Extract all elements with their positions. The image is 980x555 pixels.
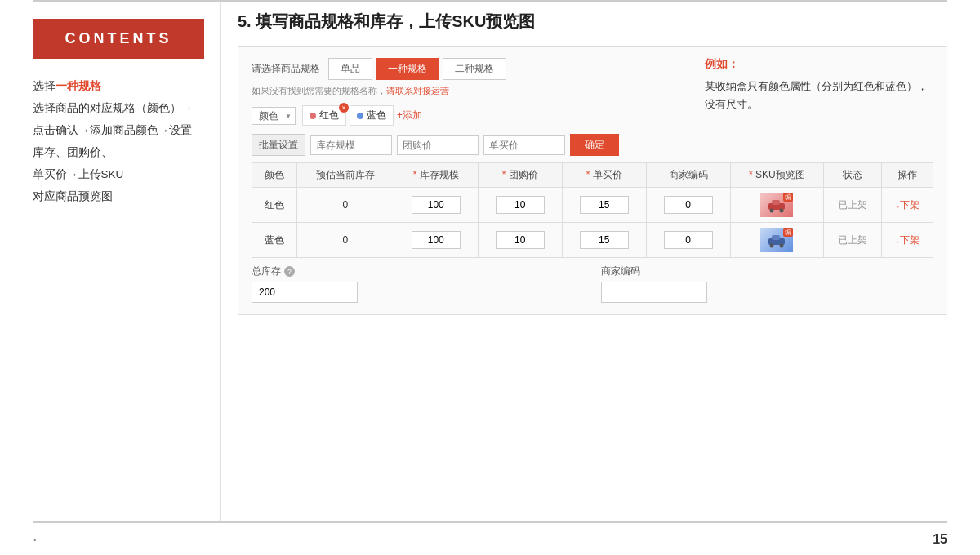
page-title: 5. 填写商品规格和库存，上传SKU预览图	[238, 11, 947, 33]
td-status-red: 已上架	[824, 188, 882, 223]
sidebar-line6: 对应商品预览图	[33, 190, 113, 202]
sku-badge-red: 编	[783, 193, 793, 202]
td-group-price-red[interactable]	[478, 188, 562, 223]
page-container: CONTENTS 选择一种规格 选择商品的对应规格（颜色）→ 点击确认→添加商品…	[0, 0, 980, 555]
svg-point-3	[780, 209, 784, 213]
td-est-stock-red: 0	[296, 188, 394, 223]
star-sku: *	[749, 169, 753, 180]
svg-point-6	[770, 244, 774, 248]
main-layout: CONTENTS 选择一种规格 选择商品的对应规格（颜色）→ 点击确认→添加商品…	[0, 2, 980, 521]
sku-table: 颜色 预估当前库存 * 库存规模 * 团购价 * 单买价 商家编码 * SKU预…	[252, 162, 933, 258]
example-title: 例如：	[705, 55, 933, 74]
th-est-stock: 预估当前库存	[296, 163, 394, 188]
tag-dot-red	[310, 113, 316, 119]
label-select: 请选择商品规格	[252, 62, 320, 76]
tag-red-label: 红色	[319, 109, 339, 122]
td-merchant-code-red[interactable]	[646, 188, 730, 223]
total-stock-field: 总库存 ?	[252, 264, 585, 303]
group-price-input-blue[interactable]	[496, 231, 545, 249]
action-link-red[interactable]: ↓下架	[895, 199, 920, 211]
td-color-blue: 蓝色	[252, 223, 297, 258]
footer: · 15	[0, 523, 980, 555]
stock-input-blue[interactable]	[412, 231, 461, 249]
sku-img-red[interactable]: 编	[760, 193, 793, 217]
tag-red[interactable]: 红色 ×	[302, 105, 346, 126]
th-stock: * 库存规模	[394, 163, 478, 188]
td-single-price-red[interactable]	[562, 188, 646, 223]
total-stock-input[interactable]	[252, 282, 358, 303]
th-color: 颜色	[252, 163, 297, 188]
add-color-btn[interactable]: +添加	[397, 109, 422, 122]
tab-single-btn[interactable]: 单品	[328, 58, 372, 80]
th-sku-img: * SKU预览图	[730, 163, 824, 188]
sidebar-text: 选择一种规格 选择商品的对应规格（颜色）→ 点击确认→添加商品颜色→设置 库存、…	[33, 75, 204, 207]
hint-link[interactable]: 请联系对接运营	[386, 86, 449, 95]
sidebar-line2: 选择商品的对应规格（颜色）→	[33, 102, 193, 114]
sidebar-line5: 单买价→上传SKU	[33, 168, 123, 180]
th-status: 状态	[824, 163, 882, 188]
batch-group-price-input[interactable]	[397, 135, 479, 155]
td-merchant-code-blue[interactable]	[646, 223, 730, 258]
table-header-row: 颜色 预估当前库存 * 库存规模 * 团购价 * 单买价 商家编码 * SKU预…	[252, 163, 933, 188]
page-number: 15	[933, 532, 947, 547]
td-color-red: 红色	[252, 188, 297, 223]
th-single-price: * 单买价	[562, 163, 646, 188]
table-row: 蓝色 0 编	[252, 223, 933, 258]
sku-badge-blue: 编	[783, 228, 793, 237]
td-sku-img-red[interactable]: 编	[730, 188, 824, 223]
group-price-input-red[interactable]	[496, 196, 545, 214]
th-action: 操作	[882, 163, 933, 188]
tag-red-remove[interactable]: ×	[339, 103, 349, 113]
batch-row: 批量设置 确定	[252, 134, 933, 156]
tab-two-btn[interactable]: 二种规格	[443, 58, 506, 80]
batch-single-price-input[interactable]	[483, 135, 565, 155]
total-stock-info-icon: ?	[284, 266, 295, 277]
td-group-price-blue[interactable]	[478, 223, 562, 258]
star-group: *	[502, 169, 506, 180]
example-text: 某收纳盒只有颜色属性（分别为红色和蓝色），没有尺寸。	[705, 78, 933, 113]
td-status-blue: 已上架	[824, 223, 882, 258]
td-stock-red[interactable]	[394, 188, 478, 223]
batch-label: 批量设置	[252, 134, 305, 156]
status-badge-red: 已上架	[838, 199, 867, 211]
batch-stock-input[interactable]	[310, 135, 392, 155]
tag-blue[interactable]: 蓝色	[350, 105, 394, 126]
th-group-price: * 团购价	[478, 163, 562, 188]
color-select-wrap[interactable]: 颜色	[252, 107, 296, 125]
tag-dot-blue	[357, 113, 363, 119]
sidebar-line4: 库存、团购价、	[33, 146, 113, 158]
svg-point-7	[780, 244, 784, 248]
td-single-price-blue[interactable]	[562, 223, 646, 258]
svg-point-2	[770, 209, 774, 213]
stock-input-red[interactable]	[412, 196, 461, 214]
footer-dot: ·	[33, 530, 38, 548]
sidebar: CONTENTS 选择一种规格 选择商品的对应规格（颜色）→ 点击确认→添加商品…	[33, 2, 220, 521]
table-row: 红色 0 编	[252, 188, 933, 223]
td-sku-img-blue[interactable]: 编	[730, 223, 824, 258]
sku-img-blue[interactable]: 编	[760, 228, 793, 252]
inner-panel: 例如： 某收纳盒只有颜色属性（分别为红色和蓝色），没有尺寸。 请选择商品规格 单…	[238, 46, 947, 315]
merchant-code-label-bottom: 商家编码	[601, 264, 934, 278]
status-badge-blue: 已上架	[838, 234, 867, 246]
merchant-code-input-bottom[interactable]	[601, 282, 707, 303]
batch-confirm-btn[interactable]: 确定	[570, 134, 619, 156]
tag-blue-label: 蓝色	[367, 109, 386, 122]
color-select[interactable]: 颜色	[252, 107, 296, 125]
sidebar-line3: 点击确认→添加商品颜色→设置	[33, 124, 192, 136]
merchant-code-input-red[interactable]	[664, 196, 713, 214]
example-box: 例如： 某收纳盒只有颜色属性（分别为红色和蓝色），没有尺寸。	[705, 55, 933, 113]
tab-one-btn[interactable]: 一种规格	[376, 58, 439, 80]
svg-rect-1	[772, 200, 780, 205]
sidebar-highlight-red: 一种规格	[56, 80, 101, 92]
th-merchant-code: 商家编码	[646, 163, 730, 188]
single-price-input-blue[interactable]	[580, 231, 629, 249]
contents-banner: CONTENTS	[33, 19, 204, 59]
td-action-blue[interactable]: ↓下架	[882, 223, 933, 258]
td-action-red[interactable]: ↓下架	[882, 188, 933, 223]
td-stock-blue[interactable]	[394, 223, 478, 258]
action-link-blue[interactable]: ↓下架	[895, 234, 920, 246]
single-price-input-red[interactable]	[580, 196, 629, 214]
merchant-code-input-blue[interactable]	[664, 231, 713, 249]
star-stock: *	[413, 169, 417, 180]
color-tags: 红色 × 蓝色 +添加	[302, 105, 422, 126]
